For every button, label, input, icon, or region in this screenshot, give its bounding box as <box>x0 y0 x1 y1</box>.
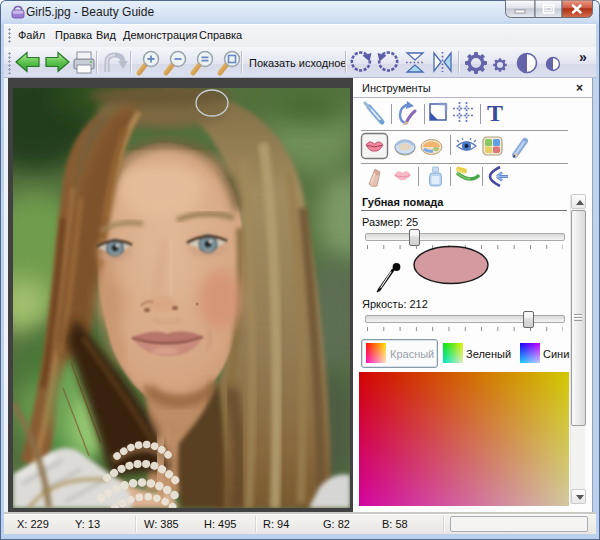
svg-text:T: T <box>487 100 503 126</box>
